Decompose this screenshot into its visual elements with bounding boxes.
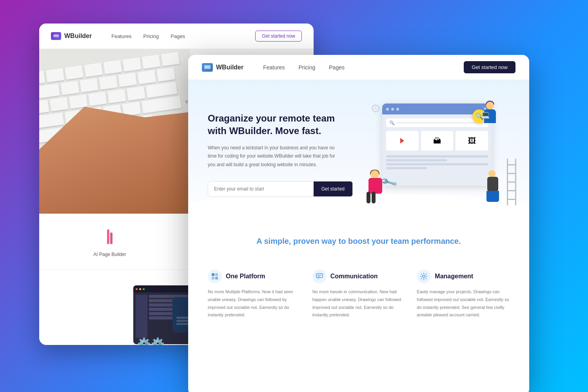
leg-left [367, 192, 370, 203]
front-hero-title: Oraganize your remote team with WBuilder… [208, 112, 353, 136]
browser-line-short [386, 159, 447, 162]
pbl-legs [367, 192, 376, 203]
browser-line [386, 155, 488, 158]
front-feature-management-title: Management [435, 273, 473, 280]
browser-line-short [386, 167, 427, 169]
browser-dot [396, 108, 399, 111]
svg-rect-20 [212, 273, 214, 276]
key [39, 83, 60, 100]
key [107, 89, 126, 103]
front-nav-pages[interactable]: Pages [329, 64, 345, 71]
ladder-rung [508, 181, 515, 183]
key [80, 78, 98, 93]
front-hero-left: Oraganize your remote team with WBuilder… [208, 112, 353, 196]
browser-content: 🔍 🏔 🖼 [382, 114, 492, 173]
person-bottom-left-figure: 🔧 [367, 170, 390, 201]
platform-icon [208, 269, 222, 283]
leg-right [372, 192, 376, 203]
key [142, 96, 181, 113]
search-bar-fill [397, 122, 485, 123]
svg-rect-24 [316, 274, 323, 278]
front-feature-communication-title: Communication [330, 273, 378, 280]
front-logo-icon [202, 63, 213, 72]
back-nav: WBuilder Features Pricing Pages Get star… [39, 24, 314, 49]
cms-dot-red [136, 288, 138, 290]
svg-line-32 [421, 274, 422, 275]
front-nav-pricing[interactable]: Pricing [298, 64, 315, 71]
key [103, 60, 122, 74]
browser-lines [386, 155, 488, 169]
person-top-figure: 💻 [480, 100, 500, 135]
back-nav-links: Features Pricing Pages [111, 33, 243, 39]
key [142, 54, 160, 69]
back-logo-text: WBuilder [64, 33, 92, 40]
email-signup-row: Get started [208, 181, 353, 197]
ladder-rung [508, 164, 515, 165]
back-feature-ai: AI Page Builder [51, 229, 169, 261]
person-bottom-right-figure [486, 170, 506, 205]
back-nav-pricing[interactable]: Pricing [143, 33, 159, 39]
search-icon-mini: 🔍 [389, 120, 395, 125]
image-icon: 🏔 [433, 136, 441, 145]
back-logo: WBuilder [51, 32, 92, 40]
team-illustration: ⚙⚙ ↖ 🔍 [367, 100, 508, 209]
back-feature-ai-label: AI Page Builder [93, 252, 126, 257]
keyboard-area [39, 49, 190, 214]
front-feature-communication-header: Communication [312, 269, 405, 283]
svg-line-33 [426, 278, 427, 279]
front-feature-management: Management Easily manage your projects. … [417, 269, 510, 319]
cms-gear-icons: ⚙️⚙️ [137, 337, 165, 345]
front-hero-get-started-button[interactable]: Get started [314, 181, 352, 196]
key [137, 70, 156, 84]
front-get-started-button[interactable]: Get started now [464, 61, 515, 73]
pbr-body [487, 177, 498, 192]
front-middle-title: A simple, proven way to boost your team … [208, 237, 510, 246]
key [118, 73, 137, 87]
front-hero-description: When you need a kickstart in your busine… [208, 144, 341, 169]
key [156, 67, 175, 82]
browser-search-bar: 🔍 [386, 118, 488, 127]
back-get-started-button[interactable]: Get started now [255, 31, 302, 42]
svg-rect-2 [54, 35, 58, 37]
key [146, 82, 178, 98]
key [39, 71, 45, 85]
svg-line-34 [426, 274, 427, 275]
ladder-rungs [506, 158, 517, 205]
front-feature-platform-desc: No more Mulitple Platforms. Now it had s… [208, 288, 301, 319]
front-nav-features[interactable]: Features [263, 64, 285, 71]
browser-line [386, 163, 488, 165]
front-hero-right: ⚙⚙ ↖ 🔍 [365, 100, 510, 209]
key [99, 75, 118, 90]
svg-rect-22 [212, 277, 214, 279]
back-nav-features[interactable]: Features [111, 33, 131, 39]
front-card: WBuilder Features Pricing Pages Get star… [188, 55, 529, 392]
ladder-rung [508, 190, 515, 191]
key [88, 92, 107, 106]
cms-sidebar [136, 295, 147, 338]
front-feature-communication-desc: No more hassle in communication. New had… [312, 288, 405, 319]
pbr-head [488, 170, 495, 177]
front-logo: WBuilder [202, 63, 243, 72]
key [122, 57, 141, 72]
front-logo-text: WBuilder [216, 64, 243, 71]
email-input[interactable] [208, 181, 314, 196]
key [39, 113, 64, 129]
front-hero: Oraganize your remote team with WBuilder… [188, 80, 529, 225]
communication-icon [312, 269, 327, 283]
front-feature-communication: Communication No more hassle in communic… [312, 269, 405, 319]
front-nav-links: Features Pricing Pages [263, 64, 452, 71]
browser-grid: 🏔 🖼 [386, 131, 488, 151]
cms-dot-yellow [139, 288, 141, 290]
key [127, 86, 145, 101]
browser-card-img1: 🏔 [421, 131, 454, 151]
image-icon-2: 🖼 [468, 136, 476, 145]
key [84, 63, 103, 77]
scene: WBuilder Features Pricing Pages Get star… [39, 24, 549, 368]
back-nav-pages[interactable]: Pages [171, 33, 185, 39]
browser-card-play [386, 131, 419, 151]
pbl-head [370, 170, 379, 179]
svg-rect-4 [110, 232, 113, 244]
key [65, 65, 83, 80]
front-feature-platform-header: One Platform [208, 269, 301, 283]
management-icon [417, 269, 431, 283]
